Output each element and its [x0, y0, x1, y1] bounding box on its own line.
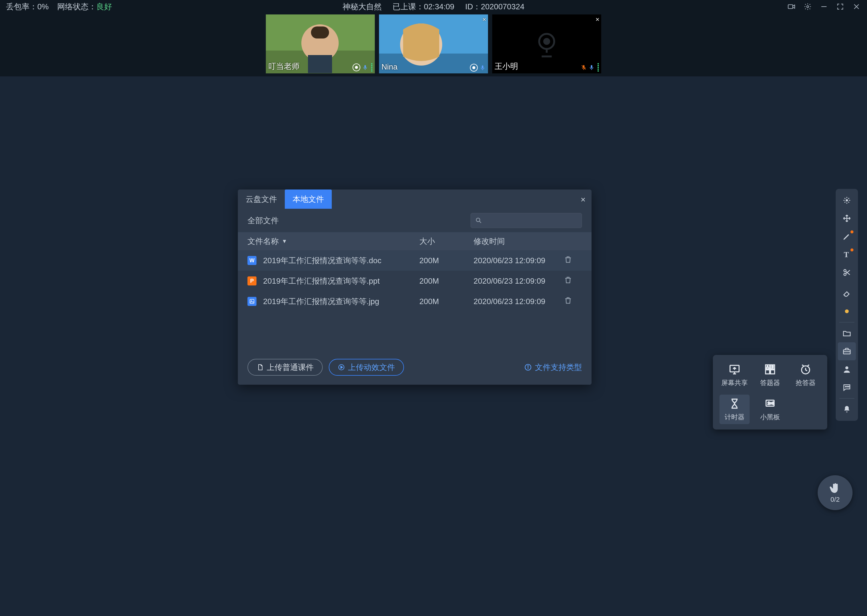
- svg-rect-9: [308, 55, 332, 73]
- scissors-tool[interactable]: [838, 264, 856, 281]
- camera-icon[interactable]: [787, 2, 796, 11]
- upload-normal-button[interactable]: 上传普通课件: [247, 359, 323, 376]
- record-icon: [470, 64, 478, 72]
- session-id: ID：2020070324: [465, 2, 525, 12]
- buzzer-tool[interactable]: 抢答器: [791, 360, 821, 390]
- close-tile-icon[interactable]: ×: [482, 16, 486, 24]
- right-toolbar: T: [836, 189, 858, 421]
- svg-point-35: [845, 386, 846, 387]
- doc-icon: W: [247, 256, 257, 265]
- color-dot-tool[interactable]: [838, 302, 856, 321]
- course-name: 神秘大自然: [342, 2, 382, 12]
- hand-icon: [829, 482, 842, 495]
- svg-rect-14: [482, 66, 484, 69]
- play-icon: [338, 364, 345, 371]
- laser-tool[interactable]: [838, 191, 856, 209]
- document-icon: [257, 364, 264, 371]
- svg-rect-22: [250, 299, 254, 303]
- hand-raise-button[interactable]: 0/2: [818, 475, 853, 510]
- file-name: 2019年工作汇报情况查询等等.jpg: [263, 296, 379, 307]
- delete-icon[interactable]: [564, 297, 572, 306]
- upload-animated-button[interactable]: 上传动效文件: [329, 359, 404, 376]
- svg-rect-19: [591, 65, 593, 68]
- quiz-icon: AB: [763, 363, 777, 376]
- file-size: 200M: [419, 277, 473, 286]
- supported-types-link[interactable]: 文件支持类型: [524, 362, 582, 372]
- text-tool[interactable]: T: [838, 245, 856, 264]
- fullscreen-icon[interactable]: [836, 2, 845, 11]
- video-tile[interactable]: × 王小明: [492, 14, 601, 73]
- mic-icon: [479, 64, 486, 72]
- svg-point-1: [807, 6, 809, 8]
- search-icon: [475, 217, 482, 224]
- mic-icon: [362, 63, 368, 71]
- svg-text:B: B: [772, 365, 774, 368]
- ppt-icon: P: [247, 277, 257, 286]
- file-name: 2019年工作汇报情况查询等等.doc: [263, 255, 381, 266]
- svg-point-36: [847, 386, 848, 387]
- svg-rect-41: [766, 370, 769, 374]
- screenshare-tool[interactable]: 屏幕共享: [719, 360, 750, 390]
- move-tool[interactable]: [838, 209, 856, 227]
- tab-local-files[interactable]: 本地文件: [285, 190, 332, 209]
- chat-tool[interactable]: [838, 379, 856, 396]
- file-row[interactable]: W2019年工作汇报情况查询等等.doc 200M 2020/06/23 12:…: [238, 250, 591, 271]
- file-size: 200M: [419, 297, 473, 306]
- timer-tool[interactable]: 计时器: [719, 394, 750, 424]
- file-size: 200M: [419, 256, 473, 265]
- toolbox-tool[interactable]: [838, 342, 856, 360]
- svg-point-20: [476, 218, 480, 222]
- filter-label[interactable]: 全部文件: [247, 215, 279, 226]
- tool-label: 答题器: [760, 379, 780, 387]
- delete-icon[interactable]: [564, 277, 572, 286]
- pen-tool[interactable]: [838, 227, 856, 245]
- delete-icon[interactable]: [564, 256, 572, 266]
- search-input[interactable]: [471, 213, 582, 228]
- gear-icon[interactable]: [803, 2, 812, 11]
- file-row[interactable]: P2019年工作汇报情况查询等等.ppt 200M 2020/06/23 12:…: [238, 271, 591, 291]
- close-tile-icon[interactable]: ×: [596, 16, 599, 24]
- user-tool[interactable]: [838, 360, 856, 379]
- video-tile[interactable]: × Nina: [379, 14, 488, 73]
- svg-point-32: [845, 310, 849, 313]
- col-size[interactable]: 大小: [419, 236, 473, 247]
- folder-tool[interactable]: [838, 324, 856, 342]
- hand-count: 0/2: [831, 496, 840, 503]
- svg-text:T: T: [844, 251, 849, 259]
- topbar: 丢包率：0% 网络状态：良好 神秘大自然 已上课：02:34:09 ID：202…: [0, 0, 867, 13]
- board-icon: 2+3: [763, 397, 777, 410]
- participant-name: Nina: [381, 62, 397, 72]
- col-time[interactable]: 修改时间: [473, 236, 564, 247]
- video-tile[interactable]: 叮当老师: [266, 14, 375, 73]
- record-icon: [353, 63, 360, 71]
- svg-rect-10: [364, 65, 366, 68]
- svg-rect-42: [771, 370, 775, 374]
- tool-label: 小黑板: [760, 413, 780, 422]
- hourglass-icon: [728, 397, 741, 410]
- mic-muted-icon: [581, 63, 587, 71]
- blackboard-tool[interactable]: 2+3 小黑板: [755, 394, 785, 424]
- svg-text:2+3: 2+3: [768, 401, 775, 405]
- file-list: W2019年工作汇报情况查询等等.doc 200M 2020/06/23 12:…: [238, 250, 591, 312]
- bell-tool[interactable]: [838, 400, 856, 418]
- tool-label: 抢答器: [796, 379, 815, 387]
- file-time: 2020/06/23 12:09:09: [473, 277, 564, 286]
- quiz-tool[interactable]: AB 答题器: [755, 360, 785, 390]
- loss-label: 丢包率：0%: [6, 2, 49, 12]
- file-dialog: 云盘文件 本地文件 × 全部文件 文件名称▼ 大小 修改时间 W2019年工作汇…: [238, 190, 591, 385]
- duration: 已上课：02:34:09: [393, 2, 454, 12]
- dialog-close-icon[interactable]: ×: [581, 195, 585, 204]
- minimize-icon[interactable]: [820, 2, 828, 11]
- participant-name: 王小明: [495, 61, 518, 72]
- participant-name: 叮当老师: [268, 61, 300, 72]
- tab-cloud-files[interactable]: 云盘文件: [238, 190, 285, 209]
- close-icon[interactable]: [852, 2, 861, 11]
- tool-label: 屏幕共享: [721, 379, 748, 387]
- file-row[interactable]: 2019年工作汇报情况查询等等.jpg 200M 2020/06/23 12:0…: [238, 291, 591, 312]
- alarm-icon: [799, 363, 812, 376]
- mic-icon: [588, 63, 594, 71]
- eraser-tool[interactable]: [838, 284, 856, 302]
- svg-point-27: [528, 366, 528, 366]
- svg-line-21: [479, 222, 481, 223]
- col-filename[interactable]: 文件名称▼: [247, 236, 419, 247]
